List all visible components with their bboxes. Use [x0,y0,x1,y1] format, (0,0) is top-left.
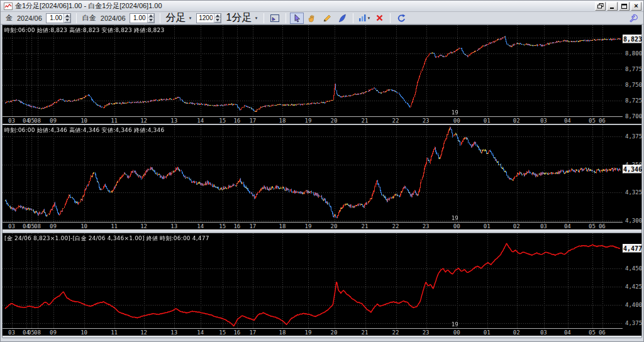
red-x-icon [375,14,384,22]
window-title: 金1分足[2024/06]1.00 - 白金1分足[2024/06]1.00 [15,1,594,11]
hour-label: 19 [304,329,311,336]
hour-label: 15 [219,223,226,229]
float-window-button[interactable] [595,2,606,11]
up-arrow-icon [216,14,219,17]
gold-time-axis: 0304050809101112131415161718192021222300… [3,116,623,124]
hour-label: 11 [111,118,118,124]
hour-label: 08 [34,329,41,336]
hour-label: 22 [392,329,399,336]
gold-candlestick-canvas[interactable] [3,25,623,116]
hour-label: 17 [249,118,256,124]
hour-label: 09 [50,223,57,229]
price-tick-label: 4,425 [625,284,642,290]
pencil-draw-tool-button[interactable] [320,13,334,24]
hour-label: 04 [564,329,571,336]
bar-type-dropdown[interactable]: 分足 ▼ [166,11,192,25]
chart-frame-tool-button[interactable] [268,13,282,24]
toolbar-separator [286,13,286,23]
hour-label: 12 [140,223,147,229]
platinum-current-price-tag: 4,346 [623,165,642,174]
hour-label: 11 [111,329,118,336]
hour-label: 13 [170,329,177,336]
bar-count-spinner[interactable] [196,13,221,23]
spread-info-line: [金 24/06 8,823×1.00]-[白金 24/06 4,346×1.0… [4,234,209,243]
clear-indicator-tool-button[interactable] [372,13,386,24]
close-button[interactable]: × [631,2,641,11]
settings-button[interactable] [626,13,640,24]
hour-label: 17 [249,223,256,229]
down-arrow-icon [149,19,153,21]
date-change-label: 19 [452,215,458,221]
hour-label: 13 [170,118,177,124]
bar-count-up-button[interactable] [214,14,221,18]
select-cursor-tool-button[interactable] [290,13,304,24]
platinum-candlestick-canvas[interactable] [3,125,623,222]
interval-dropdown[interactable]: 1分足 ▼ [226,11,258,25]
platinum-multiplier-up-button[interactable] [148,14,154,18]
up-arrow-icon [149,14,153,17]
hour-label: 09 [50,329,57,336]
hour-label: 19 [304,223,311,229]
indicator-bars-tool-button[interactable]: ▼ [357,13,371,24]
select-cursor-icon [294,14,301,23]
hour-label: 03 [540,329,547,336]
hour-label: 03 [8,223,15,229]
hour-label: 18 [279,329,286,336]
spread-line-canvas[interactable] [3,233,623,328]
platinum-multiplier-input[interactable] [130,14,147,23]
hour-label: 02 [513,223,520,229]
price-tick-label: 8,725 [625,97,642,104]
platinum-label: 白金 [82,13,96,23]
price-tick-label: 4,450 [625,265,642,272]
hour-label: 04 [564,223,571,229]
caret-down-icon: ▼ [254,16,258,20]
hour-label: 06 [599,118,606,124]
chart-frame-icon [270,14,280,23]
hour-label: 01 [484,118,491,124]
toolbar-separator [264,13,264,23]
panel-splitter[interactable] [3,229,641,233]
panel-splitter[interactable] [3,124,641,125]
gold-multiplier-down-button[interactable] [64,18,70,23]
hour-label: 06 [599,223,606,229]
minimize-button[interactable] [607,2,618,11]
hour-label: 11 [111,223,118,229]
app-window: 金1分足[2024/06]1.00 - 白金1分足[2024/06]1.00 ×… [0,0,644,342]
platinum-multiplier-down-button[interactable] [148,18,154,23]
price-tick-label: 8,750 [625,82,642,88]
bar-count-down-button[interactable] [214,18,221,23]
hour-label: 16 [233,329,240,336]
gold-multiplier-input[interactable] [47,14,64,23]
pen-draw-tool-button[interactable] [335,13,349,24]
hour-label: 01 [484,223,491,229]
minimize-icon [610,4,615,9]
hour-label: 08 [34,223,41,229]
bar-type-label: 分足 [166,11,186,25]
price-tick-label: 4,300 [625,218,642,224]
titlebar[interactable]: 金1分足[2024/06]1.00 - 白金1分足[2024/06]1.00 × [1,1,643,12]
down-arrow-icon [216,19,219,21]
gold-contract-month[interactable]: 2024/06 [17,14,42,22]
hour-label: 03 [8,118,15,124]
bar-count-input[interactable] [197,14,214,23]
hour-label: 12 [140,329,147,336]
gold-multiplier-spinner[interactable] [46,13,71,23]
maximize-button[interactable] [619,2,630,11]
gold-label: 金 [6,13,13,23]
spread-current-price-tag: 4,477 [623,244,642,253]
pan-hand-tool-button[interactable] [305,13,319,24]
platinum-multiplier-spinner[interactable] [130,13,155,23]
hour-label: 00 [453,329,460,336]
hour-label: 04 [564,118,571,124]
refresh-button[interactable] [394,13,408,24]
hour-label: 23 [423,118,430,124]
gold-multiplier-up-button[interactable] [64,14,70,18]
refresh-icon [397,14,406,23]
hour-label: 23 [423,223,430,229]
toolbar: 金 2024/06 白金 2024/06 分足 ▼ 1分足 ▼ [1,12,643,25]
hour-label: 22 [392,118,399,124]
platinum-contract-month[interactable]: 2024/06 [101,14,126,22]
panel-splitter[interactable] [3,336,641,338]
hour-label: 05 [589,118,596,124]
hour-label: 22 [392,223,399,229]
